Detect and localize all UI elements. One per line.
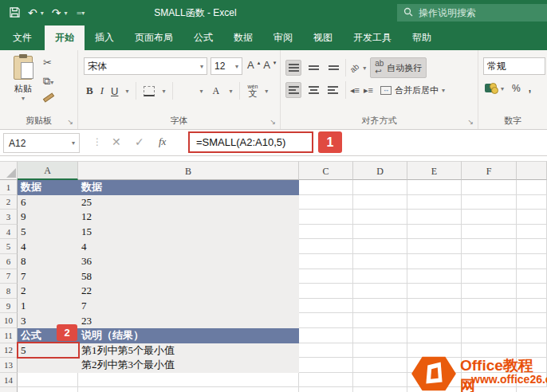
cell-F5[interactable]	[462, 239, 517, 254]
cell-A9[interactable]: 1	[18, 299, 78, 314]
decrease-indent-icon[interactable]: ◂≡	[350, 85, 360, 96]
cell-partial-5[interactable]	[517, 239, 547, 254]
font-color-dropdown-icon[interactable]: ▾	[229, 88, 232, 95]
tab-insert[interactable]: 插入	[85, 25, 124, 50]
cell-D4[interactable]	[353, 225, 407, 240]
phonetic-dropdown-icon[interactable]: ▾	[265, 88, 268, 95]
cell-A7[interactable]: 7	[18, 269, 78, 284]
cell-D7[interactable]	[353, 269, 407, 284]
cell-D1[interactable]	[353, 180, 407, 195]
paste-button[interactable]: 粘贴 ▾	[6, 56, 40, 113]
cell-C5[interactable]	[299, 239, 353, 254]
cell-D2[interactable]	[353, 195, 407, 210]
cell-D5[interactable]	[353, 239, 407, 254]
customize-qat-icon[interactable]: ═▾	[77, 10, 85, 17]
cell-F8[interactable]	[462, 284, 517, 299]
cell-D6[interactable]	[353, 254, 407, 269]
row-number-5[interactable]: 5	[0, 239, 18, 254]
row-number-13[interactable]: 13	[0, 358, 18, 373]
cell-partial-11[interactable]	[517, 328, 547, 343]
cell-C7[interactable]	[299, 269, 353, 284]
row-number-12[interactable]: 12	[0, 343, 18, 359]
cell-B11[interactable]: 说明（结果）	[78, 328, 299, 343]
cell-E6[interactable]	[407, 254, 462, 269]
select-all-button[interactable]	[0, 161, 18, 180]
orientation-icon[interactable]: ab	[348, 61, 361, 74]
tab-formulas[interactable]: 公式	[183, 25, 223, 50]
font-dialog-launcher-icon[interactable]: ↘	[270, 119, 276, 126]
cell-C9[interactable]	[299, 299, 353, 314]
cell-E9[interactable]	[407, 299, 462, 314]
name-box-dropdown-icon[interactable]: ▾	[72, 139, 75, 147]
cell-F10[interactable]	[462, 313, 517, 328]
cell-partial-9[interactable]	[517, 299, 547, 314]
tab-file[interactable]: 文件	[0, 25, 45, 50]
copy-dropdown-icon[interactable]: ▾	[50, 79, 53, 86]
cell-partial-1[interactable]	[517, 180, 547, 195]
cell-F1[interactable]	[462, 180, 517, 195]
cell-C11[interactable]	[299, 328, 353, 343]
column-header-A[interactable]: A	[18, 161, 78, 180]
cell-E4[interactable]	[407, 225, 462, 240]
underline-button[interactable]: U	[111, 85, 118, 97]
cell-D14[interactable]	[353, 373, 407, 388]
cell-E11[interactable]	[407, 328, 462, 343]
save-icon[interactable]	[10, 7, 20, 19]
italic-button[interactable]: I	[100, 84, 104, 97]
tell-me-search[interactable]: 操作说明搜索	[397, 4, 547, 22]
cell-D8[interactable]	[353, 284, 407, 299]
insert-function-icon[interactable]: fx	[159, 135, 166, 148]
cell-A14[interactable]	[18, 373, 78, 388]
row-number-4[interactable]: 4	[0, 225, 18, 240]
cell-B1[interactable]: 数据	[78, 180, 299, 195]
tab-data[interactable]: 数据	[223, 25, 263, 50]
cell-C4[interactable]	[299, 225, 353, 240]
cell-C3[interactable]	[299, 210, 353, 225]
cell-C10[interactable]	[299, 313, 353, 328]
format-painter-icon[interactable]	[43, 93, 54, 103]
cell-D3[interactable]	[353, 210, 407, 225]
cell-B6[interactable]: 36	[78, 254, 299, 269]
column-header-B[interactable]: B	[78, 161, 299, 180]
cell-C6[interactable]	[299, 254, 353, 269]
formula-bar-handle[interactable]: ⋮	[92, 136, 102, 147]
cell-F7[interactable]	[462, 269, 517, 284]
copy-icon[interactable]: ⧉▾	[43, 75, 54, 88]
enter-icon[interactable]: ✓	[135, 135, 144, 148]
row-number-14[interactable]: 14	[0, 373, 18, 388]
cell-D10[interactable]	[353, 313, 407, 328]
cell-E7[interactable]	[407, 269, 462, 284]
cell-C14[interactable]	[299, 373, 353, 388]
tab-page-layout[interactable]: 页面布局	[124, 25, 183, 50]
cell-A13[interactable]	[18, 358, 78, 373]
row-number-11[interactable]: 11	[0, 328, 18, 343]
increase-indent-icon[interactable]: ▸≡	[364, 85, 373, 96]
column-header-E[interactable]: E	[407, 161, 462, 180]
cell-F9[interactable]	[462, 299, 517, 314]
cell-C8[interactable]	[299, 284, 353, 299]
number-format-select[interactable]: 常规	[483, 57, 545, 75]
cell-C12[interactable]	[299, 343, 353, 359]
cell-F11[interactable]	[462, 328, 517, 343]
row-number-3[interactable]: 3	[0, 210, 18, 225]
cell-B9[interactable]: 7	[78, 299, 299, 314]
cell-partial-4[interactable]	[517, 225, 547, 240]
column-header-D[interactable]: D	[353, 161, 407, 180]
row-number-1[interactable]: 1	[0, 180, 18, 195]
cell-A4[interactable]: 5	[18, 225, 78, 240]
cell-B2[interactable]: 25	[78, 195, 299, 210]
cell-E1[interactable]	[407, 180, 462, 195]
wrap-text-button[interactable]: ab↩ 自动换行	[370, 57, 427, 78]
cell-B12[interactable]: 第1列中第5个最小值	[78, 343, 299, 359]
alignment-dialog-launcher-icon[interactable]: ↘	[467, 119, 474, 126]
cell-B7[interactable]: 58	[78, 269, 299, 284]
tab-review[interactable]: 审阅	[263, 25, 303, 50]
cell-A6[interactable]: 8	[18, 254, 78, 269]
merge-center-button[interactable]: ↔ 合并后居中 ▾	[377, 83, 448, 98]
cell-F3[interactable]	[462, 210, 517, 225]
align-left-icon[interactable]	[285, 82, 301, 98]
cell-partial-2[interactable]	[517, 195, 547, 210]
cell-E10[interactable]	[407, 313, 462, 328]
name-box[interactable]: A12 ▾	[3, 133, 80, 153]
cell-partial-3[interactable]	[517, 210, 547, 225]
